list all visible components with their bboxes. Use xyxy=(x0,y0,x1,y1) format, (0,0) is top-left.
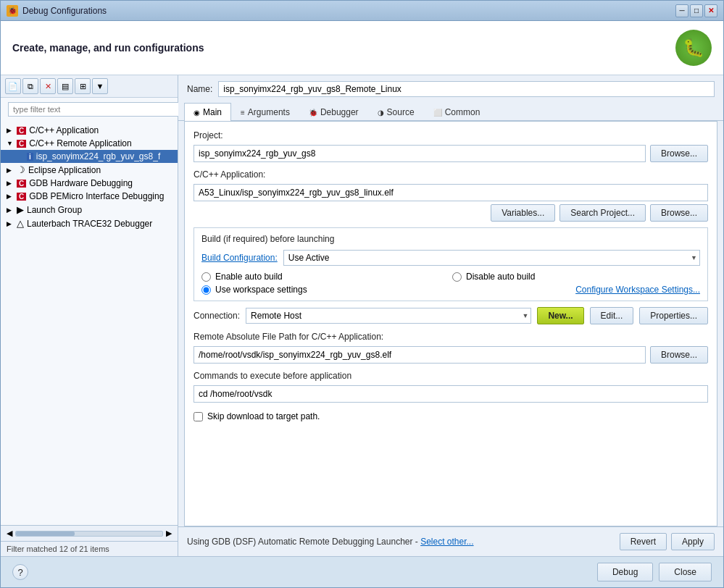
search-project-button[interactable]: Search Project... xyxy=(559,204,646,222)
build-config-select[interactable]: Use Active xyxy=(283,250,700,266)
bottom-bar: Using GDB (DSF) Automatic Remote Debuggi… xyxy=(178,526,723,556)
tree-label: Lauterbach TRACE32 Debugger xyxy=(27,219,152,229)
tree-item-isp[interactable]: i isp_sonyimx224_rgb_yuv_gs8_f xyxy=(1,150,178,163)
c-icon: C xyxy=(17,140,26,148)
skip-download-label: Skip download to target path. xyxy=(207,411,320,421)
enable-auto-build-radio[interactable]: Enable auto build xyxy=(201,272,449,282)
tree-item-gdb-pemicro[interactable]: ▶ C GDB PEMicro Interface Debugging xyxy=(1,190,178,203)
lauterbach-icon: △ xyxy=(17,218,24,229)
tree-label: C/C++ Remote Application xyxy=(29,138,131,148)
tab-main[interactable]: ◉ Main xyxy=(184,103,231,121)
tab-common[interactable]: ⬜ Common xyxy=(424,103,490,121)
enable-auto-build-label: Enable auto build xyxy=(215,272,283,282)
debug-button[interactable]: Debug xyxy=(597,563,653,581)
tree-item-cpp-remote[interactable]: ▼ C C/C++ Remote Application xyxy=(1,137,178,150)
revert-button[interactable]: Revert xyxy=(620,533,667,550)
scroll-right[interactable]: ▶ xyxy=(166,529,172,538)
build-config-link[interactable]: Build Configuration: xyxy=(201,253,278,263)
tab-common-label: Common xyxy=(445,107,480,117)
tab-main-label: Main xyxy=(203,107,222,117)
tab-source[interactable]: ◑ Source xyxy=(368,103,424,121)
duplicate-button[interactable]: ⧉ xyxy=(22,78,38,94)
use-workspace-radio[interactable]: Use workspace settings xyxy=(201,285,449,295)
tree-label: GDB Hardware Debugging xyxy=(29,178,133,188)
tree-label: C/C++ Application xyxy=(29,125,99,135)
build-section-title: Build (if required) before launching xyxy=(201,234,700,244)
app-icon: 🐞 xyxy=(7,5,18,17)
tree-label: GDB PEMicro Interface Debugging xyxy=(29,191,164,201)
help-button[interactable]: ? xyxy=(12,564,28,580)
disable-auto-build-radio[interactable]: Disable auto build xyxy=(452,272,700,282)
connection-label: Connection: xyxy=(194,311,240,321)
tree-arrow: ▶ xyxy=(7,193,14,200)
tree-item-launch-group[interactable]: ▶ ▶ Launch Group xyxy=(1,203,178,217)
main-tab-icon: ◉ xyxy=(194,109,200,117)
disable-auto-build-label: Disable auto build xyxy=(466,272,535,282)
filter-status: Filter matched 12 of 21 items xyxy=(7,545,109,553)
skip-download-row[interactable]: Skip download to target path. xyxy=(194,411,708,421)
source-tab-icon: ◑ xyxy=(378,109,384,117)
tree-item-lauterbach[interactable]: ▶ △ Lauterbach TRACE32 Debugger xyxy=(1,217,178,230)
file-icon: i xyxy=(27,153,33,161)
tree-arrow: ▶ xyxy=(7,167,14,174)
apply-button[interactable]: Apply xyxy=(671,533,715,550)
configure-workspace-link[interactable]: Configure Workspace Settings... xyxy=(575,285,700,295)
debugger-tab-icon: 🐞 xyxy=(309,109,317,117)
select-other-link[interactable]: Select other... xyxy=(420,537,473,547)
remote-browse-button[interactable]: Browse... xyxy=(650,346,708,364)
new-connection-button[interactable]: New... xyxy=(537,307,583,324)
cpp-app-label: C/C++ Application: xyxy=(194,169,708,180)
common-tab-icon: ⬜ xyxy=(433,109,442,117)
tab-debugger[interactable]: 🐞 Debugger xyxy=(299,103,368,121)
collapse-button[interactable]: ⊞ xyxy=(75,78,91,94)
c-icon: C xyxy=(17,127,26,135)
close-button[interactable]: Close xyxy=(659,563,712,581)
remote-path-input[interactable] xyxy=(194,346,646,364)
connection-select[interactable]: Remote Host xyxy=(246,308,531,324)
remote-path-label: Remote Absolute File Path for C/C++ Appl… xyxy=(194,332,708,342)
name-label: Name: xyxy=(187,84,212,94)
tree-arrow: ▶ xyxy=(7,127,14,134)
tab-bar: ◉ Main ≡ Arguments 🐞 Debugger ◑ Source ⬜ xyxy=(178,103,723,121)
tree-label: Launch Group xyxy=(27,205,82,215)
new-config-button[interactable]: 📄 xyxy=(5,78,21,94)
launch-icon: ▶ xyxy=(17,204,24,215)
tree-item-gdb-hw[interactable]: ▶ C GDB Hardware Debugging xyxy=(1,177,178,190)
project-input[interactable] xyxy=(194,145,646,162)
maximize-button[interactable]: □ xyxy=(690,4,703,17)
cpp-browse-button[interactable]: Browse... xyxy=(650,204,708,222)
cpp-app-input[interactable] xyxy=(194,184,708,201)
commands-label: Commands to execute before application xyxy=(194,371,708,381)
edit-connection-button[interactable]: Edit... xyxy=(590,307,634,324)
menu-button[interactable]: ▼ xyxy=(92,78,108,94)
variables-button[interactable]: Variables... xyxy=(491,204,555,222)
tab-arguments-label: Arguments xyxy=(248,107,290,117)
dialog-title: Create, manage, and run configurations xyxy=(12,42,204,54)
filter-button[interactable]: ▤ xyxy=(57,78,73,94)
scroll-left[interactable]: ◀ xyxy=(7,529,12,538)
project-browse-button[interactable]: Browse... xyxy=(650,145,708,162)
c-icon: C xyxy=(17,180,26,188)
name-input[interactable] xyxy=(218,81,715,97)
tree-item-eclipse[interactable]: ▶ ☽ Eclipse Application xyxy=(1,163,178,177)
tree-arrow: ▶ xyxy=(7,206,14,214)
bug-icon: 🐛 xyxy=(675,30,712,66)
use-workspace-label: Use workspace settings xyxy=(215,285,307,295)
c-icon: C xyxy=(17,193,26,201)
close-button[interactable]: ✕ xyxy=(704,4,717,17)
minimize-button[interactable]: ─ xyxy=(675,4,688,17)
tab-debugger-label: Debugger xyxy=(320,107,359,117)
tree-arrow: ▼ xyxy=(7,140,14,147)
tab-source-label: Source xyxy=(387,107,415,117)
filter-input[interactable] xyxy=(8,102,179,117)
skip-download-checkbox[interactable] xyxy=(194,412,203,421)
tree-arrow: ▶ xyxy=(7,220,14,227)
tab-arguments[interactable]: ≡ Arguments xyxy=(231,103,299,121)
delete-button[interactable]: ✕ xyxy=(40,78,56,94)
tree-item-cpp-app[interactable]: ▶ C C/C++ Application xyxy=(1,124,178,137)
eclipse-icon: ☽ xyxy=(17,164,25,175)
properties-button[interactable]: Properties... xyxy=(639,307,708,324)
window-title: Debug Configurations xyxy=(22,6,107,16)
commands-input[interactable] xyxy=(194,385,708,403)
tab-content-main: Project: Browse... C/C++ Application: Va… xyxy=(184,121,717,526)
